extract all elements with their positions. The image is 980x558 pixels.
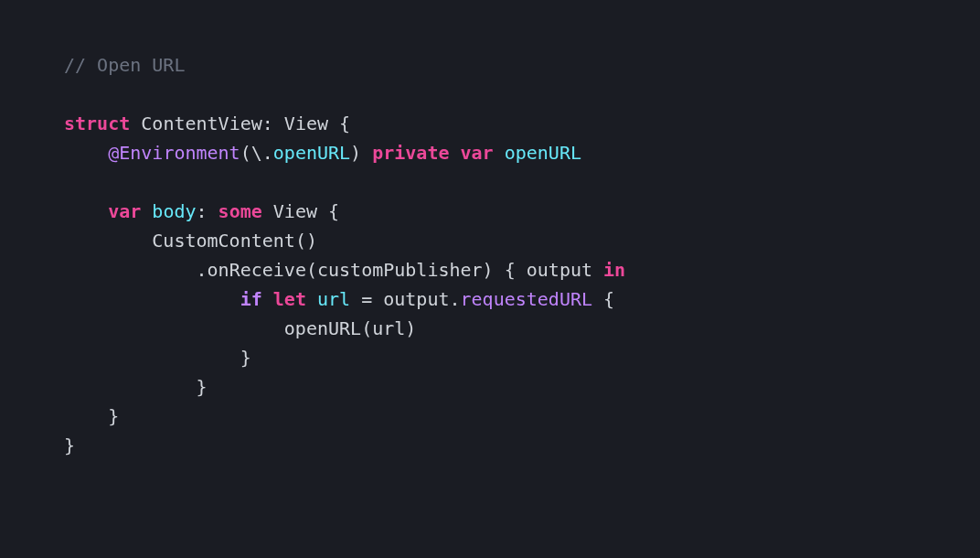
var-keyword-1: var — [461, 142, 494, 164]
env-keypath: openURL — [273, 142, 350, 164]
if-keyword: if — [240, 288, 262, 310]
view-protocol: View — [284, 113, 328, 134]
body-variable: body — [152, 200, 196, 222]
let-keyword: let — [273, 288, 306, 310]
comment-line: // Open URL — [64, 54, 185, 76]
on-receive-call: onReceive — [208, 259, 306, 281]
openurl-variable: openURL — [505, 142, 581, 164]
some-keyword: some — [218, 200, 262, 222]
private-keyword: private — [372, 142, 449, 164]
in-keyword: in — [603, 259, 625, 281]
output-ref: output — [383, 288, 449, 310]
url-arg: url — [372, 317, 405, 339]
openurl-call: openURL — [284, 317, 361, 339]
struct-name: ContentView — [141, 113, 261, 134]
output-param: output — [527, 259, 592, 281]
code-block: // Open URL struct ContentView: View { @… — [64, 50, 916, 460]
requested-url-prop: requestedURL — [461, 288, 593, 310]
var-keyword-2: var — [108, 200, 141, 222]
custom-content-call: CustomContent — [152, 230, 295, 252]
struct-keyword: struct — [64, 113, 130, 134]
url-variable: url — [317, 288, 350, 310]
env-attribute: @Environment — [108, 142, 240, 164]
view-type: View — [273, 200, 317, 222]
custom-publisher-arg: customPublisher — [317, 259, 483, 281]
